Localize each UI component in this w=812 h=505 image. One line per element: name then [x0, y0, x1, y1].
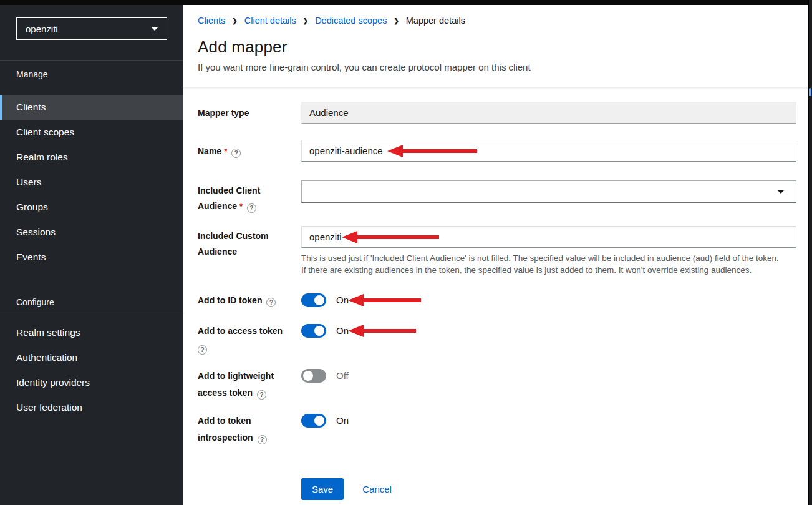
- included-client-audience-row: Included Client Audience*: [198, 180, 796, 203]
- manage-nav-list: Clients Client scopes Realm roles Users …: [0, 95, 183, 270]
- sidebar-item-groups[interactable]: Groups: [0, 195, 183, 220]
- scrollbar[interactable]: [808, 0, 812, 505]
- included-client-audience-label-line2: Audience: [198, 201, 237, 211]
- nav-divider: [0, 313, 183, 313]
- sidebar-item-realm-roles[interactable]: Realm roles: [0, 145, 183, 170]
- help-icon[interactable]: [247, 203, 256, 213]
- included-client-audience-select[interactable]: [301, 180, 796, 203]
- add-to-access-token-row: Add to access token On: [198, 324, 796, 338]
- nav-section-manage: Manage: [0, 61, 183, 79]
- add-to-token-introspection-toggle[interactable]: [301, 414, 326, 428]
- add-to-token-introspection-label-line2: introspection: [198, 433, 253, 443]
- add-to-id-token-row: Add to ID token On: [198, 293, 796, 307]
- scrollbar-thumb[interactable]: [809, 88, 811, 96]
- configure-nav-list: Realm settings Authentication Identity p…: [0, 320, 183, 420]
- sidebar-item-events[interactable]: Events: [0, 245, 183, 270]
- included-custom-audience-helper: This is used just if 'Included Client Au…: [301, 252, 796, 276]
- sidebar-item-users[interactable]: Users: [0, 170, 183, 195]
- help-icon[interactable]: [257, 390, 266, 400]
- breadcrumb-separator-icon: ❯: [303, 17, 308, 24]
- help-icon[interactable]: [198, 345, 207, 355]
- cancel-button[interactable]: Cancel: [362, 478, 392, 500]
- name-label: Name: [198, 146, 221, 156]
- mapper-type-label: Mapper type: [198, 102, 301, 124]
- page-title: Add mapper: [198, 37, 796, 57]
- sidebar-item-realm-settings[interactable]: Realm settings: [0, 320, 183, 345]
- breadcrumb: Clients ❯ Client details ❯ Dedicated sco…: [198, 16, 796, 26]
- chevron-down-icon: [152, 27, 158, 31]
- add-mapper-form: Mapper type Name* Included Client Audien…: [183, 87, 812, 500]
- add-to-lightweight-label-line2: access token: [198, 388, 253, 398]
- add-to-lightweight-label-line1: Add to lightweight: [198, 369, 301, 383]
- included-client-audience-label-line1: Included Client: [198, 183, 301, 199]
- annotation-arrow-icon: [348, 294, 421, 306]
- add-to-id-token-toggle[interactable]: [301, 293, 326, 307]
- sidebar-item-client-scopes[interactable]: Client scopes: [0, 120, 183, 145]
- breadcrumb-separator-icon: ❯: [394, 17, 399, 24]
- helper-line2: If there are existing audiences in the t…: [301, 264, 796, 276]
- toggle-state-label: Off: [336, 369, 349, 383]
- main-content: Clients ❯ Client details ❯ Dedicated sco…: [183, 5, 812, 505]
- add-to-lightweight-access-token-toggle[interactable]: [301, 369, 326, 383]
- name-input[interactable]: [301, 140, 796, 162]
- breadcrumb-client-details[interactable]: Client details: [244, 16, 296, 26]
- masthead-bar: [0, 0, 812, 5]
- toggle-state-label: On: [336, 293, 349, 307]
- add-to-token-introspection-row: Add to token introspection On: [198, 414, 796, 428]
- chevron-down-icon: [777, 190, 785, 194]
- sidebar-item-identity-providers[interactable]: Identity providers: [0, 370, 183, 395]
- add-to-lightweight-access-token-row: Add to lightweight access token Off: [198, 369, 796, 383]
- breadcrumb-dedicated-scopes[interactable]: Dedicated scopes: [315, 16, 387, 26]
- help-icon[interactable]: [266, 298, 276, 307]
- sidebar-item-sessions[interactable]: Sessions: [0, 220, 183, 245]
- help-icon[interactable]: [231, 149, 241, 158]
- helper-line1: This is used just if 'Included Client Au…: [301, 252, 796, 264]
- sidebar-item-clients[interactable]: Clients: [0, 95, 183, 120]
- form-actions-row: Save Cancel: [198, 478, 796, 500]
- included-custom-audience-input[interactable]: [301, 226, 796, 248]
- help-icon[interactable]: [258, 435, 267, 444]
- breadcrumb-mapper-details: Mapper details: [406, 16, 465, 26]
- sidebar-item-user-federation[interactable]: User federation: [0, 395, 183, 420]
- realm-selector-dropdown[interactable]: openziti: [16, 17, 167, 40]
- realm-selector-value: openziti: [26, 24, 58, 34]
- save-button[interactable]: Save: [301, 478, 344, 500]
- page-header: Clients ❯ Client details ❯ Dedicated sco…: [183, 5, 812, 87]
- toggle-state-label: On: [336, 324, 349, 338]
- add-to-access-token-toggle[interactable]: [301, 324, 326, 338]
- add-to-token-introspection-label-line1: Add to token: [198, 414, 301, 428]
- included-custom-audience-label-line1: Included Custom: [198, 228, 301, 244]
- included-custom-audience-row: Included Custom Audience This is used ju…: [198, 226, 796, 276]
- add-to-access-token-label: Add to access token: [198, 324, 301, 338]
- mapper-type-input: [301, 102, 796, 124]
- nav-section-configure: Configure: [0, 270, 183, 307]
- required-asterisk: *: [239, 202, 243, 211]
- toggle-state-label: On: [336, 414, 349, 428]
- required-asterisk: *: [224, 147, 227, 156]
- mapper-type-row: Mapper type: [198, 102, 796, 124]
- included-custom-audience-label-line2: Audience: [198, 244, 301, 260]
- sidebar-item-authentication[interactable]: Authentication: [0, 345, 183, 370]
- page-subtitle: If you want more fine-grain control, you…: [198, 62, 796, 72]
- annotation-arrow-icon: [348, 325, 416, 337]
- name-row: Name*: [198, 140, 796, 162]
- add-to-id-token-label: Add to ID token: [198, 295, 262, 305]
- breadcrumb-clients[interactable]: Clients: [198, 16, 225, 26]
- sidebar: openziti Manage Clients Client scopes Re…: [0, 5, 183, 505]
- breadcrumb-separator-icon: ❯: [232, 17, 237, 24]
